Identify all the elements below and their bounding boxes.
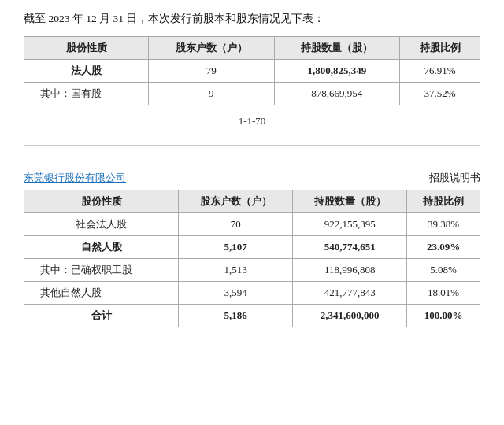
col-header-ratio: 持股比例 [400, 37, 480, 60]
top-table-row: 法人股 79 1,800,825,349 76.91% [24, 60, 480, 83]
cell-count: 70 [179, 213, 293, 236]
cell-name: 社会法人股 [24, 213, 179, 236]
cell-name: 其他自然人股 [24, 282, 179, 305]
bottom-table-header-row: 股份性质 股东户数（户） 持股数量（股） 持股比例 [24, 190, 480, 213]
bottom-section: 东莞银行股份有限公司 招股说明书 股份性质 股东户数（户） 持股数量（股） 持股… [0, 166, 504, 334]
top-table-row: 其中：国有股 9 878,669,954 37.52% [24, 83, 480, 105]
col-header-shares2: 持股数量（股） [293, 190, 407, 213]
bottom-table-row: 其他自然人股 3,594 421,777,843 18.01% [24, 282, 480, 305]
cell-count: 5,186 [179, 305, 293, 327]
bottom-table-row: 社会法人股 70 922,155,395 39.38% [24, 213, 480, 236]
top-table-header-row: 股份性质 股东户数（户） 持股数量（股） 持股比例 [24, 37, 480, 60]
cell-count: 5,107 [179, 236, 293, 259]
top-section: 截至 2023 年 12 月 31 日，本次发行前股本和股东情况见下表： 股份性… [0, 0, 504, 139]
cell-shares: 2,341,600,000 [293, 305, 407, 327]
cell-ratio: 37.52% [400, 83, 480, 105]
col-header-type: 股份性质 [24, 37, 149, 60]
top-table: 股份性质 股东户数（户） 持股数量（股） 持股比例 法人股 79 1,800,8… [24, 36, 480, 105]
page-number: 1-1-70 [24, 115, 480, 128]
cell-ratio: 76.91% [400, 60, 480, 83]
cell-shares: 922,155,395 [293, 213, 407, 236]
col-header-count: 股东户数（户） [149, 37, 275, 60]
bottom-table-row: 合计 5,186 2,341,600,000 100.00% [24, 305, 480, 327]
bottom-table: 股份性质 股东户数（户） 持股数量（股） 持股比例 社会法人股 70 922,1… [24, 190, 480, 327]
cell-name: 其中：已确权职工股 [24, 259, 179, 282]
cell-ratio: 100.00% [407, 305, 480, 327]
intro-text: 截至 2023 年 12 月 31 日，本次发行前股本和股东情况见下表： [24, 9, 480, 28]
spacer [0, 152, 504, 166]
cell-shares: 118,996,808 [293, 259, 407, 282]
cell-count: 3,594 [179, 282, 293, 305]
cell-shares: 540,774,651 [293, 236, 407, 259]
cell-shares: 1,800,825,349 [274, 60, 400, 83]
col-header-shares: 持股数量（股） [274, 37, 400, 60]
cell-name: 法人股 [24, 60, 149, 83]
section-divider [24, 145, 480, 146]
cell-count: 1,513 [179, 259, 293, 282]
bottom-table-row: 自然人股 5,107 540,774,651 23.09% [24, 236, 480, 259]
col-header-count2: 股东户数（户） [179, 190, 293, 213]
cell-name: 其中：国有股 [24, 83, 149, 105]
cell-name: 合计 [24, 305, 179, 327]
cell-ratio: 18.01% [407, 282, 480, 305]
company-name[interactable]: 东莞银行股份有限公司 [24, 171, 126, 185]
col-header-type2: 股份性质 [24, 190, 179, 213]
col-header-ratio2: 持股比例 [407, 190, 480, 213]
cell-shares: 878,669,954 [274, 83, 400, 105]
cell-ratio: 5.08% [407, 259, 480, 282]
cell-ratio: 23.09% [407, 236, 480, 259]
doc-type: 招股说明书 [429, 171, 480, 185]
cell-count: 9 [149, 83, 275, 105]
cell-name: 自然人股 [24, 236, 179, 259]
cell-count: 79 [149, 60, 275, 83]
cell-ratio: 39.38% [407, 213, 480, 236]
cell-shares: 421,777,843 [293, 282, 407, 305]
footer-header-row: 东莞银行股份有限公司 招股说明书 [24, 171, 480, 185]
bottom-table-row: 其中：已确权职工股 1,513 118,996,808 5.08% [24, 259, 480, 282]
